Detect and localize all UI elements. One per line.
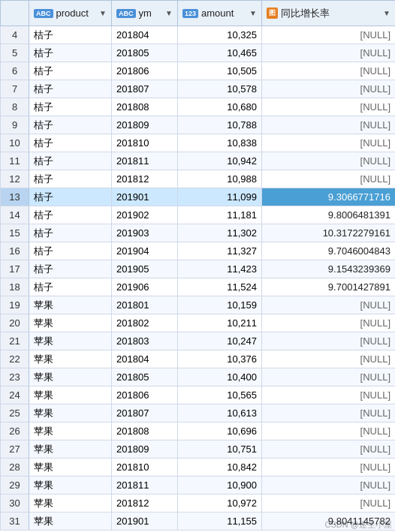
cell-product: 桔子	[29, 26, 112, 44]
table-row[interactable]: 29苹果20181110,900[NULL]	[1, 476, 396, 494]
header-rownum	[1, 1, 29, 26]
cell-amount: 10,247	[178, 332, 262, 350]
cell-growth: [NULL]	[262, 116, 396, 134]
table-row[interactable]: 28苹果20181010,842[NULL]	[1, 458, 396, 476]
cell-growth: [NULL]	[262, 98, 396, 116]
cell-growth: 9.8041145782	[262, 512, 396, 530]
cell-amount: 10,211	[178, 314, 262, 332]
table-body: 4桔子20180410,325[NULL]5桔子20180510,465[NUL…	[1, 26, 396, 530]
sort-icon-ym[interactable]: ▼	[165, 9, 173, 17]
cell-rownum: 28	[1, 458, 29, 476]
table-row[interactable]: 13桔子20190111,0999.3066771716	[1, 188, 396, 206]
table-row[interactable]: 27苹果20180910,751[NULL]	[1, 440, 396, 458]
cell-ym: 201812	[112, 170, 178, 188]
table-row[interactable]: 8桔子20180810,680[NULL]	[1, 98, 396, 116]
table-row[interactable]: 31苹果20190111,1559.8041145782	[1, 512, 396, 530]
cell-ym: 201803	[112, 332, 178, 350]
cell-amount: 10,680	[178, 98, 262, 116]
table-row[interactable]: 26苹果20180810,696[NULL]	[1, 422, 396, 440]
sort-icon-growth[interactable]: ▼	[383, 9, 390, 17]
header-growth[interactable]: 图 同比增长率 ▼	[262, 1, 396, 26]
table-row[interactable]: 7桔子20180710,578[NULL]	[1, 80, 396, 98]
table-row[interactable]: 16桔子20190411,3279.7046004843	[1, 242, 396, 260]
cell-rownum: 7	[1, 80, 29, 98]
cell-ym: 201906	[112, 278, 178, 296]
cell-rownum: 18	[1, 278, 29, 296]
sort-icon[interactable]: ▼	[99, 9, 107, 17]
table-row[interactable]: 23苹果20180510,400[NULL]	[1, 368, 396, 386]
cell-rownum: 6	[1, 62, 29, 80]
cell-rownum: 29	[1, 476, 29, 494]
header-product[interactable]: ABC product ▼	[29, 1, 112, 26]
cell-rownum: 9	[1, 116, 29, 134]
cell-rownum: 5	[1, 44, 29, 62]
cell-ym: 201810	[112, 134, 178, 152]
table-row[interactable]: 17桔子20190511,4239.1543239369	[1, 260, 396, 278]
cell-product: 桔子	[29, 134, 112, 152]
cell-rownum: 26	[1, 422, 29, 440]
cell-ym: 201801	[112, 296, 178, 314]
table-row[interactable]: 19苹果20180110,159[NULL]	[1, 296, 396, 314]
table-row[interactable]: 18桔子20190611,5249.7001427891	[1, 278, 396, 296]
cell-rownum: 16	[1, 242, 29, 260]
table-row[interactable]: 6桔子20180610,505[NULL]	[1, 62, 396, 80]
cell-growth: [NULL]	[262, 422, 396, 440]
cell-rownum: 23	[1, 368, 29, 386]
cell-growth: [NULL]	[262, 152, 396, 170]
cell-product: 苹果	[29, 512, 112, 530]
table-row[interactable]: 15桔子20190311,30210.3172279161	[1, 224, 396, 242]
col-amount-label: amount	[201, 8, 234, 19]
table-row[interactable]: 24苹果20180610,565[NULL]	[1, 386, 396, 404]
cell-rownum: 15	[1, 224, 29, 242]
table-row[interactable]: 10桔子20181010,838[NULL]	[1, 134, 396, 152]
cell-growth: 9.1543239369	[262, 260, 396, 278]
cell-rownum: 25	[1, 404, 29, 422]
table-row[interactable]: 20苹果20180210,211[NULL]	[1, 314, 396, 332]
header-ym[interactable]: ABC ym ▼	[112, 1, 178, 26]
cell-growth: [NULL]	[262, 80, 396, 98]
cell-product: 桔子	[29, 170, 112, 188]
col-product-label: product	[56, 8, 89, 19]
table-row[interactable]: 30苹果20181210,972[NULL]	[1, 494, 396, 512]
cell-amount: 11,181	[178, 206, 262, 224]
cell-product: 桔子	[29, 152, 112, 170]
icon-123-amount: 123	[182, 9, 198, 18]
cell-product: 桔子	[29, 278, 112, 296]
table-row[interactable]: 11桔子20181110,942[NULL]	[1, 152, 396, 170]
cell-ym: 201812	[112, 494, 178, 512]
table-row[interactable]: 12桔子20181210,988[NULL]	[1, 170, 396, 188]
cell-ym: 201902	[112, 206, 178, 224]
cell-amount: 10,942	[178, 152, 262, 170]
cell-growth: [NULL]	[262, 314, 396, 332]
abc-icon: ABC	[34, 9, 53, 18]
table-row[interactable]: 22苹果20180410,376[NULL]	[1, 350, 396, 368]
cell-ym: 201904	[112, 242, 178, 260]
table-row[interactable]: 9桔子20180910,788[NULL]	[1, 116, 396, 134]
cell-amount: 10,400	[178, 368, 262, 386]
cell-growth: [NULL]	[262, 62, 396, 80]
cell-rownum: 30	[1, 494, 29, 512]
cell-product: 苹果	[29, 422, 112, 440]
table-row[interactable]: 25苹果20180710,613[NULL]	[1, 404, 396, 422]
cell-rownum: 31	[1, 512, 29, 530]
cell-product: 苹果	[29, 494, 112, 512]
cell-ym: 201811	[112, 476, 178, 494]
cell-amount: 10,505	[178, 62, 262, 80]
cell-amount: 10,842	[178, 458, 262, 476]
cell-growth: [NULL]	[262, 386, 396, 404]
table-row[interactable]: 14桔子20190211,1819.8006481391	[1, 206, 396, 224]
cell-product: 苹果	[29, 476, 112, 494]
cell-rownum: 24	[1, 386, 29, 404]
cell-growth: [NULL]	[262, 440, 396, 458]
cell-growth: 9.7046004843	[262, 242, 396, 260]
table-row[interactable]: 21苹果20180310,247[NULL]	[1, 332, 396, 350]
table-row[interactable]: 5桔子20180510,465[NULL]	[1, 44, 396, 62]
sort-icon-amount[interactable]: ▼	[249, 9, 257, 17]
cell-amount: 10,988	[178, 170, 262, 188]
table-row[interactable]: 4桔子20180410,325[NULL]	[1, 26, 396, 44]
table-header: ABC product ▼ ABC ym ▼ 123 amount	[1, 1, 396, 26]
cell-amount: 11,524	[178, 278, 262, 296]
cell-amount: 10,159	[178, 296, 262, 314]
cell-growth: 9.3066771716	[262, 188, 396, 206]
header-amount[interactable]: 123 amount ▼	[178, 1, 262, 26]
